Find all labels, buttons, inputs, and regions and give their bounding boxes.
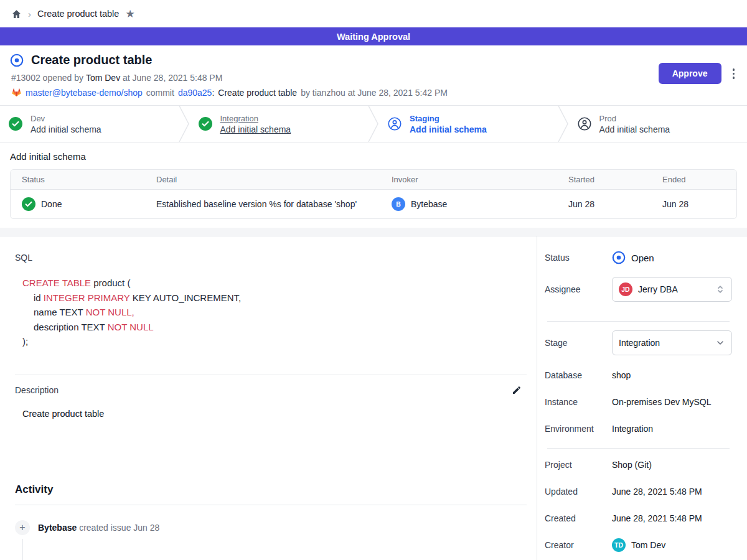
project-value: Shop (Git): [612, 460, 652, 470]
invoker-avatar: B: [392, 197, 405, 211]
sql-code: CREATE TABLE product (id INTEGER PRIMARY…: [22, 276, 527, 349]
activity-title: Activity: [15, 483, 527, 496]
task-detail: Established baseline version %s for data…: [145, 192, 380, 217]
divider: [547, 448, 730, 449]
task-started: Jun 28: [557, 192, 651, 217]
assignee-avatar: JD: [619, 282, 632, 296]
sidebar-row-database: Database shop: [545, 368, 732, 383]
stage-separator: [368, 106, 379, 142]
commit-byline: by tianzhou at June 28, 2021 5:42 PM: [301, 88, 448, 98]
issue-header: Create product table #13002 opened by To…: [0, 45, 747, 105]
updated-label: Updated: [545, 487, 612, 497]
column-header-started: Started: [557, 170, 651, 189]
star-icon[interactable]: ★: [125, 9, 134, 19]
banner-text: Waiting Approval: [337, 32, 410, 42]
pipeline-stage-prod[interactable]: Prod Add initial schema: [569, 106, 747, 142]
creator-avatar: TD: [612, 538, 626, 552]
breadcrumb: › Create product table ★: [0, 0, 747, 27]
commit-hash-link[interactable]: da90a25: [178, 88, 212, 98]
activity-actor: Bytebase: [38, 523, 77, 533]
edit-pencil-icon[interactable]: [512, 385, 522, 395]
sql-label: SQL: [15, 253, 527, 263]
task-table: Status Detail Invoker Started Ended Done…: [10, 169, 737, 219]
home-icon[interactable]: [11, 9, 22, 19]
stage-task-label: Add initial schema: [31, 124, 101, 134]
stage-separator: [558, 106, 569, 142]
chevron-down-icon: [715, 338, 725, 348]
task-section-title: Add initial schema: [10, 151, 737, 162]
database-value: shop: [612, 370, 631, 380]
column-header-ended: Ended: [651, 170, 736, 189]
section-separator: [0, 228, 747, 236]
stage-env-label: Integration: [220, 114, 291, 123]
plus-icon: +: [15, 520, 30, 535]
column-header-status: Status: [11, 170, 145, 189]
assignee-value: Jerry DBA: [638, 284, 678, 294]
stage-env-label: Prod: [599, 114, 670, 123]
task-ended: Jun 28: [651, 192, 736, 217]
pipeline-stage-integration[interactable]: Integration Add initial schema: [190, 106, 369, 142]
commit-separator: :: [212, 88, 214, 98]
pipeline-stage-staging[interactable]: Staging Add initial schema: [379, 106, 558, 142]
creator-label: Creator: [545, 540, 612, 550]
assignee-select[interactable]: JD Jerry DBA: [612, 277, 732, 302]
description-text: Create product table: [22, 409, 527, 419]
issue-author: Tom Dev: [86, 73, 120, 83]
assignee-user-icon: [388, 117, 402, 131]
sidebar-row-environment: Environment Integration: [545, 421, 732, 436]
check-circle-icon: [199, 117, 212, 131]
page-title: Create product table: [31, 53, 152, 67]
gitlab-icon: [11, 87, 22, 98]
sidebar-row-project: Project Shop (Git): [545, 457, 732, 472]
instance-label: Instance: [545, 397, 612, 407]
stage-pipeline: Dev Add initial schema Integration Add i…: [0, 105, 747, 142]
issue-open-icon: [10, 54, 24, 67]
divider: [15, 375, 527, 375]
issue-sidebar: Status Open Assignee JD Jerry DBA Stage …: [537, 236, 747, 560]
sidebar-row-created: Created June 28, 2021 5:48 PM: [545, 511, 732, 526]
activity-date: Jun 28: [133, 523, 159, 533]
stage-value: Integration: [619, 338, 660, 348]
project-label: Project: [545, 460, 612, 470]
status-value: Open: [631, 253, 654, 263]
database-label: Database: [545, 370, 612, 380]
more-actions-icon[interactable]: [730, 65, 738, 83]
branch-link[interactable]: master@bytebase-demo/shop: [26, 88, 143, 98]
created-value: June 28, 2021 5:48 PM: [612, 513, 702, 523]
approve-button[interactable]: Approve: [659, 63, 721, 84]
stage-task-label: Add initial schema: [599, 124, 670, 134]
stage-task-label: Add initial schema: [220, 124, 291, 134]
task-invoker: Bytebase: [411, 199, 447, 209]
stage-separator: [179, 106, 190, 142]
updated-value: June 28, 2021 5:48 PM: [612, 487, 702, 497]
instance-value: On-premises Dev MySQL: [612, 397, 711, 407]
breadcrumb-current-page: Create product table: [37, 9, 119, 19]
sidebar-row-assignee: Assignee JD Jerry DBA: [545, 277, 732, 302]
pipeline-stage-dev[interactable]: Dev Add initial schema: [0, 106, 179, 142]
assignee-user-icon: [578, 117, 591, 131]
issue-meta: #13002 opened by Tom Dev at June 28, 202…: [11, 73, 448, 83]
task-table-header: Status Detail Invoker Started Ended: [11, 170, 736, 190]
sidebar-row-updated: Updated June 28, 2021 5:48 PM: [545, 484, 732, 499]
description-label: Description: [15, 385, 59, 395]
activity-item: + Bytebase created issue Jun 28: [15, 520, 527, 535]
commit-word: commit: [146, 88, 174, 98]
created-label: Created: [545, 513, 612, 523]
assignee-label: Assignee: [545, 284, 612, 294]
breadcrumb-chevron-icon: ›: [28, 9, 31, 19]
stage-env-label: Dev: [31, 114, 101, 123]
open-status-icon: [612, 251, 626, 264]
task-status: Done: [41, 199, 62, 209]
stage-select[interactable]: Integration: [612, 330, 732, 355]
commit-message: Create product table: [218, 88, 297, 98]
waiting-approval-banner: Waiting Approval: [0, 27, 747, 45]
divider: [15, 505, 527, 505]
stage-env-label: Staging: [410, 114, 487, 123]
vcs-commit-row: master@bytebase-demo/shop commit da90a25…: [11, 87, 448, 98]
stage-label: Stage: [545, 338, 612, 348]
issue-id: #13002 opened by: [11, 73, 83, 83]
table-row: Done Established baseline version %s for…: [11, 190, 736, 218]
timeline-connector: [22, 539, 23, 560]
column-header-detail: Detail: [145, 170, 380, 189]
sidebar-row-status: Status Open: [545, 250, 732, 265]
